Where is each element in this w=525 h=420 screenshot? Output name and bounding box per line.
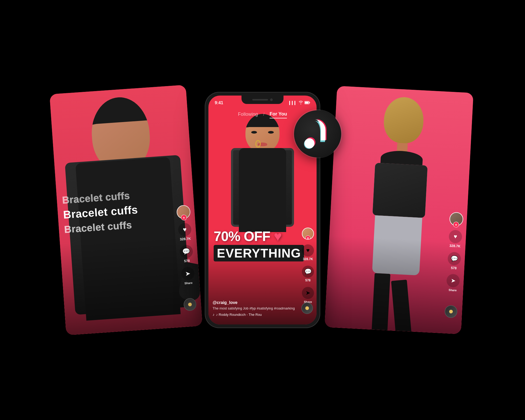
left-share-label: Share bbox=[184, 281, 192, 285]
share-item[interactable]: ➤ Share bbox=[302, 287, 314, 303]
caption: The most satisfying Job #fyp #satisfying… bbox=[213, 306, 301, 311]
right-model-head bbox=[383, 96, 424, 144]
right-disc-center bbox=[449, 310, 453, 314]
nav-divider: / bbox=[263, 112, 264, 117]
scene: Bracelet cuffs Bracelet cuffs Bracelet c… bbox=[26, 26, 499, 394]
card-right: + ♥ 328.7K 💬 578 ➤ Share bbox=[324, 86, 473, 334]
left-body bbox=[75, 157, 181, 321]
comment-count: 578 bbox=[305, 279, 311, 282]
right-comment-count: 578 bbox=[451, 266, 456, 270]
promo-heart-icon: ♥ bbox=[274, 229, 282, 244]
promo-sub-text: EVERYTHING bbox=[214, 245, 304, 261]
left-comment-count: 578 bbox=[184, 259, 190, 263]
left-cap-brim bbox=[89, 118, 99, 127]
phone-speaker bbox=[252, 99, 268, 101]
left-avatar: + bbox=[176, 205, 191, 219]
phone-model-eye-right bbox=[268, 131, 274, 134]
side-actions: + ♥ 328.7K 💬 578 ➤ Sha bbox=[302, 228, 314, 303]
svg-rect-1 bbox=[305, 102, 309, 103]
username[interactable]: @craig_love bbox=[213, 300, 301, 305]
phone-model-body bbox=[239, 148, 286, 232]
right-like-count: 328.7K bbox=[449, 244, 461, 248]
share-icon[interactable]: ➤ bbox=[302, 287, 314, 299]
tab-following[interactable]: Following bbox=[238, 111, 258, 118]
right-share-label: Share bbox=[449, 288, 457, 292]
status-time: 9:41 bbox=[215, 101, 223, 105]
right-avatar-item: + bbox=[449, 212, 464, 226]
logo-circle bbox=[294, 110, 341, 158]
battery-icon bbox=[304, 101, 310, 105]
phone-notch bbox=[242, 96, 284, 104]
right-comment-icon[interactable]: 💬 bbox=[447, 252, 461, 266]
signal-icon: ▎▎▎ bbox=[289, 101, 297, 105]
right-like-icon[interactable]: ♥ bbox=[449, 230, 463, 244]
right-avatar: + bbox=[449, 212, 464, 226]
right-jacket bbox=[372, 163, 428, 218]
status-icons: ▎▎▎ bbox=[289, 101, 310, 105]
bottom-info: @craig_love The most satisfying Job #fyp… bbox=[213, 300, 301, 317]
wifi-icon bbox=[299, 101, 303, 105]
left-like-icon[interactable]: ♥ bbox=[178, 223, 192, 237]
right-follow-button[interactable]: + bbox=[453, 222, 459, 228]
music-note-icon: ♪ bbox=[213, 312, 214, 317]
right-share-icon[interactable]: ➤ bbox=[446, 274, 460, 288]
comment-item[interactable]: 💬 578 bbox=[302, 266, 314, 282]
card-left: Bracelet cuffs Bracelet cuffs Bracelet c… bbox=[50, 85, 203, 335]
right-share-item[interactable]: ➤ Share bbox=[446, 274, 460, 292]
left-disc-center bbox=[188, 302, 192, 306]
phone-model-eyes bbox=[251, 131, 274, 134]
comment-icon[interactable]: 💬 bbox=[302, 266, 314, 278]
promo-text-block: 70% OFF ♥ EVERYTHING bbox=[214, 229, 301, 261]
right-hair bbox=[383, 96, 424, 144]
tiktok-logo bbox=[294, 110, 341, 158]
phone-model-eye-left bbox=[251, 131, 257, 134]
tab-for-you[interactable]: For You bbox=[270, 110, 287, 118]
right-like-item[interactable]: ♥ 328.7K bbox=[448, 230, 462, 248]
right-model-figure bbox=[324, 86, 473, 334]
svg-rect-2 bbox=[309, 102, 310, 103]
like-item[interactable]: ♥ 328.7K bbox=[302, 244, 314, 261]
right-comment-item[interactable]: 💬 578 bbox=[447, 252, 461, 270]
phone-camera bbox=[270, 98, 273, 101]
phone-model-head bbox=[245, 114, 280, 152]
disc-center bbox=[305, 306, 309, 310]
card-right-content: + ♥ 328.7K 💬 578 ➤ Share bbox=[324, 86, 473, 334]
avatar-item: + bbox=[302, 228, 314, 240]
left-follow-button[interactable]: + bbox=[181, 214, 187, 220]
right-boot-right bbox=[391, 280, 413, 334]
right-figure bbox=[369, 96, 431, 276]
right-boot-left bbox=[371, 273, 391, 334]
right-hair-right bbox=[423, 119, 425, 144]
right-skirt bbox=[372, 215, 422, 275]
left-comment-item[interactable]: 💬 578 bbox=[179, 245, 194, 263]
music-track: ♪ Roddy Roundicch - The Rou bbox=[216, 313, 262, 317]
promo-percent: 70% OFF bbox=[214, 229, 270, 244]
follow-button[interactable]: + bbox=[305, 235, 311, 240]
music-info: ♪ ♪ Roddy Roundicch - The Rou bbox=[213, 312, 301, 317]
logo-note-tail bbox=[304, 138, 314, 148]
right-turtleneck bbox=[380, 150, 423, 165]
left-share-item[interactable]: ➤ Share bbox=[181, 266, 195, 285]
phone-model-cap-brim bbox=[245, 124, 249, 128]
left-share-icon[interactable]: ➤ bbox=[181, 266, 195, 280]
like-count: 328.7K bbox=[303, 257, 313, 261]
left-like-count: 328.7K bbox=[180, 237, 191, 241]
music-disc bbox=[301, 302, 313, 314]
left-like-item[interactable]: ♥ 328.7K bbox=[178, 223, 192, 241]
left-text-overlay: Bracelet cuffs Bracelet cuffs Bracelet c… bbox=[62, 188, 139, 237]
promo-main-text: 70% OFF ♥ bbox=[214, 229, 301, 244]
like-icon[interactable]: ♥ bbox=[302, 244, 314, 256]
phone-model-earring bbox=[255, 140, 261, 148]
right-body-top bbox=[372, 163, 428, 218]
left-comment-icon[interactable]: 💬 bbox=[179, 245, 193, 259]
creator-avatar[interactable]: + bbox=[302, 228, 314, 240]
card-left-content: Bracelet cuffs Bracelet cuffs Bracelet c… bbox=[50, 85, 203, 335]
logo-icon bbox=[304, 119, 331, 148]
left-cap bbox=[89, 95, 152, 124]
left-avatar-item: + bbox=[176, 205, 191, 219]
